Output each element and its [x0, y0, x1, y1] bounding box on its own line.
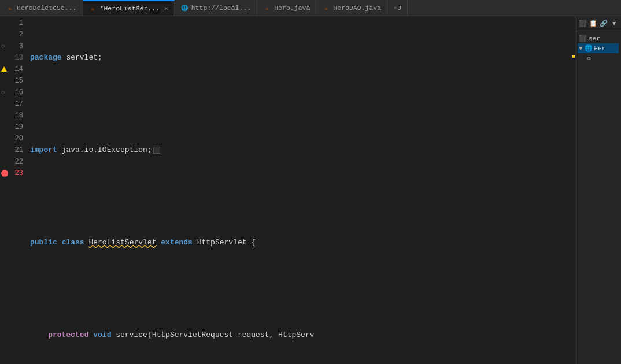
java-icon: ☕ — [263, 4, 271, 12]
fold-box — [153, 147, 160, 154]
tab-herodeleteservlet[interactable]: ☕ HeroDeleteSe... — [0, 0, 83, 16]
right-sidebar: ⬛ 📋 🔗 ▼ ⬛ ser ▼ 🌐 Her — [575, 16, 621, 364]
code-line-16: protected void service(HttpServletReques… — [30, 329, 567, 341]
editor-scrollbar[interactable] — [567, 16, 575, 364]
sidebar-tree: ⬛ ser ▼ 🌐 Her ◇ — [575, 31, 621, 65]
warning-stripe — [572, 55, 575, 58]
tree-sub-item[interactable]: ◇ — [578, 53, 619, 63]
tab-label: http://local... — [191, 4, 252, 12]
tab-herolistservlet[interactable]: ☕ *HeroListSer... ✕ — [83, 0, 175, 16]
tab-label: HeroDAO.java — [333, 4, 381, 12]
tab-hero-java[interactable]: ☕ Hero.java — [257, 0, 316, 16]
sidebar-icon-1[interactable]: ⬛ — [579, 20, 587, 27]
editor-area: ⊖ ⊖ — [0, 16, 575, 364]
sidebar-icon-3[interactable]: 🔗 — [600, 20, 608, 27]
app-container: ☕ HeroDeleteSe... ☕ *HeroListSer... ✕ 🌐 … — [0, 0, 621, 364]
web-icon: 🌐 — [180, 4, 188, 12]
line-numbers: 1 2 3 13 14 15 16 17 18 19 20 21 22 23 — [9, 16, 28, 364]
chevron-icon: ▼ — [579, 45, 583, 52]
tab-label: HeroDeleteSe... — [17, 4, 77, 12]
tree-item-her[interactable]: ▼ 🌐 Her — [578, 43, 619, 53]
code-content[interactable]: package servlet; import java.io.IOExcept… — [28, 16, 567, 364]
code-line-14: public class HeroListServlet extends Htt… — [30, 237, 567, 248]
warning-marker — [1, 66, 7, 72]
code-line-2 — [30, 98, 567, 110]
tree-icon: ⬛ — [579, 35, 587, 42]
java-icon: ☕ — [322, 4, 330, 12]
tab-label: Hero.java — [274, 4, 310, 12]
tree-icon: 🌐 — [585, 44, 593, 52]
sidebar-icon-2[interactable]: 📋 — [589, 20, 597, 27]
code-container[interactable]: ⊖ ⊖ — [0, 16, 575, 364]
code-line-1: package servlet; — [30, 52, 567, 64]
fold-icon: ⊖ — [1, 43, 5, 50]
code-line-15 — [30, 283, 567, 295]
tree-item-ser[interactable]: ⬛ ser — [578, 34, 619, 43]
diamond-icon: ◇ — [587, 54, 591, 62]
tab-herodao-java[interactable]: ☕ HeroDAO.java — [316, 0, 387, 16]
main-area: ⊖ ⊖ — [0, 16, 621, 364]
error-marker — [1, 170, 8, 177]
fold-icon: ⊖ — [1, 89, 5, 96]
code-line-3: import java.io.IOException; — [30, 144, 567, 156]
code-line-13 — [30, 191, 567, 202]
tab-label: ▫8 — [393, 4, 401, 12]
sidebar-expand-icon[interactable]: ▼ — [612, 20, 616, 27]
tab-label: *HeroListSer... — [100, 5, 160, 12]
error-gutter: ⊖ ⊖ — [0, 16, 9, 364]
tab-bar: ☕ HeroDeleteSe... ☕ *HeroListSer... ✕ 🌐 … — [0, 0, 621, 16]
java-icon: ☕ — [6, 4, 14, 12]
java-icon: ☕ — [89, 5, 97, 13]
tab-http[interactable]: 🌐 http://local... — [175, 0, 258, 16]
tab-close-button[interactable]: ✕ — [164, 5, 168, 12]
tab-8[interactable]: ▫8 — [387, 0, 408, 16]
